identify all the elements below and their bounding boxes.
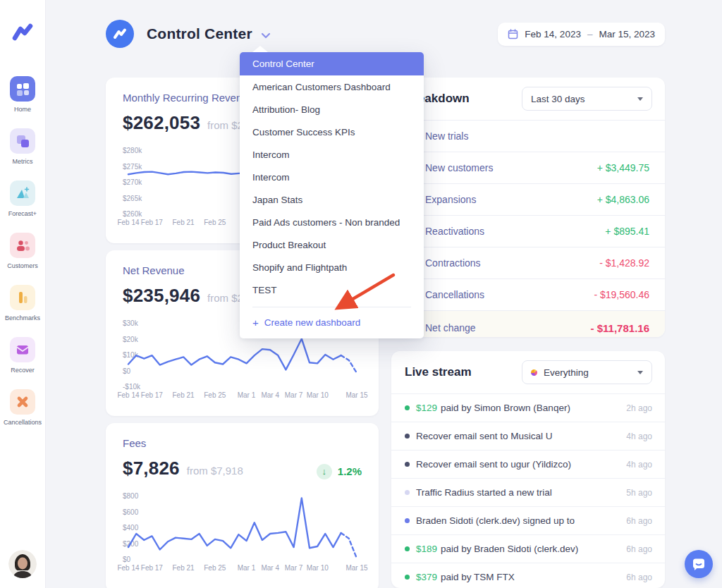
breakdown-row[interactable]: New trials [391, 121, 665, 152]
event-description: paid by Simon Brown (Banqer) [441, 403, 570, 413]
dashboard-menu-item[interactable]: Shopify and Flightpath [240, 256, 424, 278]
dashboard-menu-items: Control Center American Customers Dashbo… [240, 52, 424, 301]
arrow-down-icon: ↓ [317, 464, 332, 479]
dashboard-switcher-menu: Control Center American Customers Dashbo… [240, 52, 424, 338]
mrr-value: $262,053 [123, 112, 200, 134]
fees-chart: $800$600$400$200$0 Feb 14Feb 17Feb 21Feb… [123, 492, 362, 574]
topbar: Control Center Feb 14, 2023 – Mar 15, 20… [106, 20, 665, 48]
event-description: paid by Braden Sidoti (clerk.dev) [441, 544, 578, 554]
live-stream-filter-select[interactable]: Everything [522, 360, 652, 384]
breakdown-row-value: - $11,781.16 [591, 322, 665, 334]
breakdown-period-select[interactable]: Last 30 days [522, 87, 652, 111]
breakdown-period-value: Last 30 days [531, 94, 585, 104]
sidebar-item-label: Benchmarks [5, 314, 40, 321]
dashboard-menu-item[interactable]: Paid Ads customers - Non branded [240, 211, 424, 233]
chat-launcher-button[interactable] [685, 550, 713, 578]
event-timestamp: 5h ago [620, 488, 652, 498]
sidebar-nav: Home Metrics [4, 76, 42, 441]
event-description: Recover email sent to Musical U [416, 431, 553, 441]
sidebar-item-recover[interactable]: Recover [10, 337, 35, 374]
breakdown-row[interactable]: Contractions - $1,428.92 [391, 247, 665, 279]
dashboard-logo-icon [106, 20, 134, 48]
dashboard-menu-item[interactable]: Product Breakout [240, 233, 424, 256]
dashboard-menu-item[interactable]: TEST [240, 278, 424, 301]
event-amount: $189 [416, 544, 437, 554]
dashboard-menu-item[interactable]: Customer Success KPIs [240, 121, 424, 143]
home-grid-icon [10, 76, 35, 102]
live-stream-event-row[interactable]: Recover email sent to Musical U 4h ago [391, 422, 665, 451]
date-range-start: Feb 14, 2023 [525, 29, 581, 39]
live-stream-event-row[interactable]: Recover email sent to ugur (Yildizco) 4h… [391, 451, 665, 479]
event-description: Traffic Radius started a new trial [416, 487, 552, 498]
live-stream-event-row[interactable]: Traffic Radius started a new trial 5h ag… [391, 479, 665, 507]
breakdown-row[interactable]: Cancellations - $19,560.46 [391, 279, 665, 311]
breakdown-row-value: + $4,863.06 [597, 194, 665, 205]
event-type-dot-icon [405, 575, 410, 580]
fees-previous-value: from $7,918 [187, 465, 243, 477]
fees-card: Fees $7,826 from $7,918 ↓ 1.2% $800$600$… [106, 423, 379, 588]
breakdown-rows: New trials New customers + $3,449.75 Exp… [391, 120, 665, 337]
breakdown-row-value: - $19,560.46 [594, 289, 665, 300]
date-range-picker[interactable]: Feb 14, 2023 – Mar 15, 2023 [498, 23, 665, 46]
event-amount: $129 [416, 403, 437, 413]
event-description: Recover email sent to ugur (Yildizco) [416, 459, 571, 470]
calendar-icon [508, 29, 518, 39]
sidebar-item-home[interactable]: Home [10, 76, 35, 113]
fees-chart-plot: Feb 14Feb 17Feb 21Feb 25Mar 1Mar 4Mar 7M… [123, 492, 362, 574]
chevron-down-icon [637, 97, 643, 101]
event-timestamp: 6h ago [620, 544, 652, 554]
sidebar-item-forecast[interactable]: Forecast+ [8, 180, 37, 217]
dashboard-menu-item[interactable]: Japan Stats [240, 188, 424, 211]
brand-logo-icon[interactable] [10, 20, 35, 48]
dashboard-menu-item[interactable]: Control Center [240, 52, 424, 75]
live-stream-event-row[interactable]: $189 paid by Braden Sidoti (clerk.dev) 6… [391, 535, 665, 563]
event-amount: $379 [416, 572, 437, 582]
live-stream-title: Live stream [405, 365, 472, 379]
mrr-breakdown-card: Breakdown Last 30 days New trials New cu… [391, 78, 665, 337]
fees-value: $7,826 [123, 458, 180, 479]
event-timestamp: 4h ago [620, 460, 652, 470]
dashboard-menu-item[interactable]: Attribution- Blog [240, 98, 424, 121]
sidebar-item-cancellations[interactable]: Cancellations [4, 389, 42, 426]
event-timestamp: 2h ago [620, 403, 652, 413]
dashboard-menu-item[interactable]: Intercom [240, 143, 424, 166]
sidebar-item-label: Home [10, 106, 35, 113]
live-stream-event-row[interactable]: Braden Sidoti (clerk.dev) signed up to 6… [391, 507, 665, 535]
dashboard-menu-item[interactable]: American Customers Dashboard [240, 75, 424, 98]
net-revenue-value: $235,946 [123, 285, 200, 307]
sidebar-item-label: Customers [7, 262, 38, 269]
sidebar-item-label: Cancellations [4, 419, 42, 426]
chat-bubble-icon [691, 556, 706, 572]
sidebar-item-label: Metrics [10, 158, 35, 165]
breakdown-row-value: + $895.41 [605, 226, 665, 237]
live-stream-event-row[interactable]: $129 paid by Simon Brown (Banqer) 2h ago [391, 394, 665, 422]
event-timestamp: 4h ago [620, 431, 652, 441]
create-new-dashboard-button[interactable]: + Create new dashboard [240, 307, 424, 334]
breakdown-row[interactable]: Reactivations + $895.41 [391, 216, 665, 247]
event-type-dot-icon [405, 405, 410, 410]
sidebar-item-benchmarks[interactable]: Benchmarks [5, 285, 40, 321]
chevron-down-icon[interactable] [261, 29, 271, 42]
date-range-end: Mar 15, 2023 [599, 29, 655, 39]
cancellations-x-icon [10, 389, 35, 415]
live-stream-event-row[interactable]: $379 paid by TSM FTX 6h ago [391, 563, 665, 588]
user-avatar[interactable] [8, 550, 37, 578]
create-new-dashboard-label: Create new dashboard [264, 317, 361, 328]
sidebar-item-customers[interactable]: Customers [7, 233, 38, 269]
dashboard-menu-item[interactable]: Intercom [240, 166, 424, 188]
event-type-dot-icon [405, 462, 410, 467]
breakdown-row[interactable]: New customers + $3,449.75 [391, 152, 665, 184]
date-range-separator: – [587, 29, 593, 39]
breakdown-row[interactable]: Expansions + $4,863.06 [391, 184, 665, 216]
menu-notch [252, 46, 268, 52]
live-stream-filter-value: Everything [544, 367, 589, 378]
breakdown-row[interactable]: Net change - $11,781.16 [391, 311, 665, 337]
event-type-dot-icon [405, 546, 410, 551]
event-type-dot-icon [405, 518, 410, 523]
event-timestamp: 6h ago [620, 516, 652, 526]
sidebar: Home Metrics [0, 0, 46, 588]
recover-envelope-icon [10, 337, 35, 362]
sidebar-item-metrics[interactable]: Metrics [10, 128, 35, 165]
fees-delta-badge: ↓ 1.2% [317, 464, 362, 479]
event-description: paid by TSM FTX [441, 572, 515, 582]
